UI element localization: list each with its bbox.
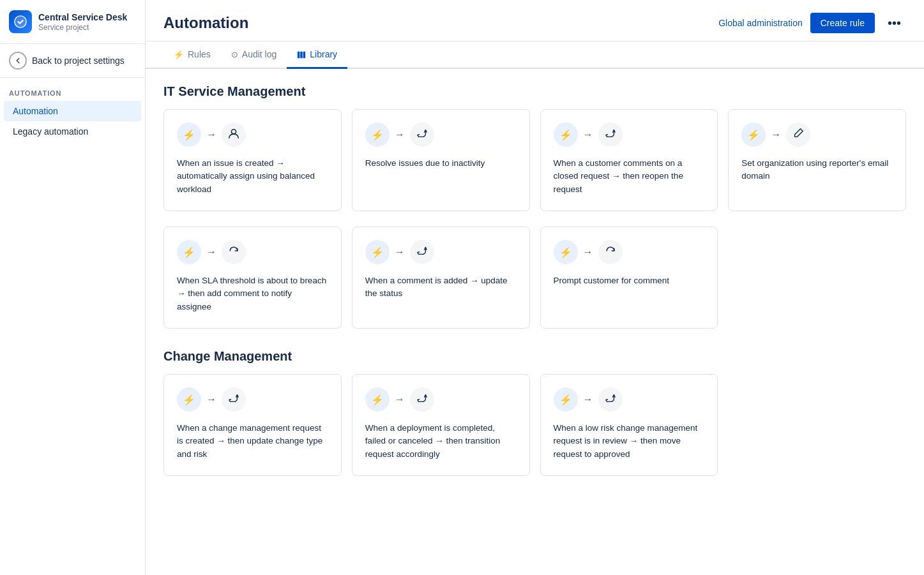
card-icons: ⚡ →	[554, 123, 705, 147]
trigger-icon-circle: ⚡	[554, 387, 578, 412]
card-cm-deployment[interactable]: ⚡ → When a deployment is complete	[352, 374, 530, 476]
refresh-icon	[605, 245, 616, 259]
transition-icon	[416, 245, 428, 259]
card-text: When a comment is added → update the sta…	[365, 274, 517, 301]
transition-icon	[228, 392, 239, 407]
sidebar-item-automation[interactable]: Automation	[4, 101, 141, 121]
tab-library[interactable]: Library	[287, 41, 347, 69]
action-icon-circle	[222, 123, 246, 147]
tab-bar: ⚡ Rules ⊙ Audit log Library	[146, 41, 924, 69]
svg-point-5	[231, 130, 236, 134]
action-icon-circle	[598, 240, 623, 264]
action-icon-circle	[410, 123, 434, 147]
arrow-icon: →	[395, 246, 405, 258]
arrow-icon: →	[583, 394, 593, 405]
sidebar: Central Service Desk Service project Bac…	[0, 0, 146, 575]
arrow-icon: →	[583, 246, 593, 258]
card-auto-assign[interactable]: ⚡ → When an issue is created → automatic…	[163, 109, 342, 211]
main-content: Automation Global administration Create …	[146, 0, 924, 575]
trigger-icon-circle: ⚡	[365, 387, 390, 412]
person-icon	[228, 128, 239, 142]
lightning-icon: ⚡	[183, 246, 195, 258]
back-icon	[9, 52, 27, 70]
card-reopen-request[interactable]: ⚡ → When a customer comments on a	[540, 109, 718, 211]
lightning-icon: ⚡	[559, 129, 572, 141]
rules-icon: ⚡	[174, 50, 184, 59]
reopen-icon	[605, 128, 616, 142]
tab-audit-log-label: Audit log	[242, 49, 276, 59]
global-administration-link[interactable]: Global administration	[718, 18, 803, 28]
sidebar-item-legacy-automation[interactable]: Legacy automation	[4, 121, 141, 142]
card-text: When a change management request is crea…	[177, 422, 328, 461]
lightning-icon: ⚡	[371, 246, 384, 258]
arrow-icon: →	[395, 129, 405, 140]
action-icon-circle	[410, 240, 434, 264]
audit-log-icon: ⊙	[231, 50, 238, 59]
card-text: Resolve issues due to inactivity	[365, 157, 517, 170]
card-icons: ⚡ →	[177, 123, 328, 147]
project-logo	[9, 10, 32, 33]
card-icons: ⚡ →	[741, 123, 893, 147]
project-name: Central Service Desk	[38, 11, 127, 23]
project-type: Service project	[38, 23, 127, 32]
card-resolve-inactivity[interactable]: ⚡ → Resolve issues due to inactiv	[352, 109, 530, 211]
library-content: IT Service Management ⚡ →	[146, 69, 924, 507]
create-rule-button[interactable]: Create rule	[810, 13, 875, 33]
lightning-icon: ⚡	[183, 129, 195, 141]
automation-section-label: AUTOMATION	[0, 78, 145, 101]
more-options-button[interactable]: •••	[882, 13, 906, 33]
trigger-icon-circle: ⚡	[741, 123, 766, 147]
action-icon-circle	[410, 387, 434, 412]
card-sla-breach[interactable]: ⚡ → When SLA threshold is about to breac…	[163, 227, 342, 329]
back-label: Back to project settings	[32, 56, 125, 66]
card-prompt-customer[interactable]: ⚡ → Prompt customer for comment	[540, 227, 718, 329]
project-info: Central Service Desk Service project	[38, 11, 127, 32]
card-text: Set organization using reporter's email …	[741, 157, 893, 183]
back-to-settings-button[interactable]: Back to project settings	[0, 44, 145, 78]
card-icons: ⚡ →	[177, 387, 328, 412]
svg-rect-2	[298, 52, 300, 59]
arrow-icon: →	[583, 129, 593, 140]
card-text: When a customer comments on a closed req…	[554, 157, 705, 196]
card-cm-created[interactable]: ⚡ → When a change management requ	[163, 374, 342, 476]
action-icon-circle	[598, 123, 623, 147]
arrow-icon: →	[395, 394, 405, 405]
card-cm-low-risk[interactable]: ⚡ → When a low risk change manage	[540, 374, 718, 476]
card-text: Prompt customer for comment	[554, 274, 705, 287]
card-text: When SLA threshold is about to breach → …	[177, 274, 328, 313]
trigger-icon-circle: ⚡	[177, 240, 201, 264]
library-icon	[297, 49, 306, 59]
sidebar-item-legacy-label: Legacy automation	[13, 126, 88, 137]
card-comment-status[interactable]: ⚡ → When a comment is added → upd	[352, 227, 530, 329]
refresh-icon	[228, 245, 239, 259]
trigger-icon-circle: ⚡	[177, 123, 201, 147]
card-icons: ⚡ →	[365, 387, 517, 412]
arrow-icon: →	[206, 394, 216, 405]
lightning-icon: ⚡	[183, 394, 195, 406]
lightning-icon: ⚡	[559, 394, 572, 406]
lightning-icon: ⚡	[371, 394, 384, 406]
edit-icon	[792, 128, 804, 142]
reopen-icon	[416, 128, 428, 142]
card-icons: ⚡ →	[554, 387, 705, 412]
arrow-icon: →	[771, 129, 781, 140]
tab-audit-log[interactable]: ⊙ Audit log	[221, 41, 287, 69]
transition-icon	[605, 392, 616, 407]
card-icons: ⚡ →	[365, 123, 517, 147]
change-management-title: Change Management	[163, 349, 906, 364]
page-header: Automation Global administration Create …	[146, 0, 924, 41]
arrow-icon: →	[206, 246, 216, 258]
svg-rect-3	[301, 52, 303, 59]
cm-row-1: ⚡ → When a change management requ	[163, 374, 906, 476]
tab-rules[interactable]: ⚡ Rules	[163, 41, 221, 69]
header-actions: Global administration Create rule •••	[718, 13, 906, 33]
card-set-organization[interactable]: ⚡ → Set organization using reporter's em…	[728, 109, 906, 211]
trigger-icon-circle: ⚡	[365, 123, 390, 147]
itsm-row-2: ⚡ → When SLA threshold is about to breac…	[163, 227, 906, 329]
lightning-icon: ⚡	[371, 129, 384, 141]
arrow-icon: →	[206, 129, 216, 140]
trigger-icon-circle: ⚡	[554, 123, 578, 147]
card-icons: ⚡ →	[365, 240, 517, 264]
tab-rules-label: Rules	[188, 49, 211, 59]
more-icon: •••	[888, 16, 901, 30]
